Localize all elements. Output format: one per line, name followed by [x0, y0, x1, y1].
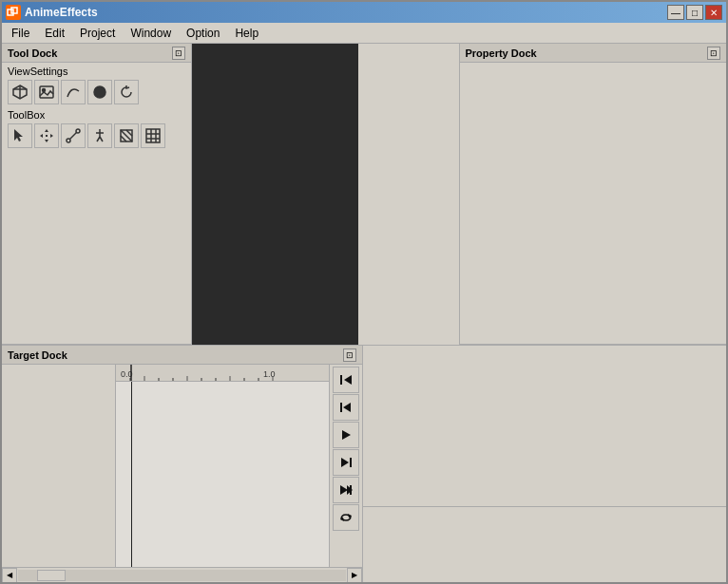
menu-edit[interactable]: Edit — [37, 25, 72, 42]
titlebar-left: AnimeEffects — [6, 5, 98, 20]
toolbox-row — [2, 122, 191, 150]
svg-rect-43 — [340, 375, 342, 385]
menu-window[interactable]: Window — [123, 25, 179, 42]
target-dock-header: Target Dock ⊡ — [2, 346, 362, 365]
scrollbar-track[interactable] — [18, 570, 346, 581]
timeline-ruler: 0.0 — [116, 365, 329, 382]
bottom-right — [363, 346, 726, 582]
view-tools-row — [2, 78, 191, 106]
canvas-area — [192, 44, 459, 345]
top-section: Tool Dock ⊡ ViewSettings — [2, 44, 726, 345]
target-dock-float-button[interactable]: ⊡ — [343, 349, 356, 362]
app-icon — [6, 5, 21, 20]
scroll-right-button[interactable]: ▶ — [347, 568, 362, 583]
bottom-right-main — [363, 346, 726, 506]
timeline-tracks-area — [116, 382, 329, 567]
minimize-button[interactable]: — — [667, 5, 684, 20]
svg-point-7 — [94, 86, 105, 98]
menu-project[interactable]: Project — [72, 25, 123, 42]
bottom-right-footer — [363, 506, 726, 582]
scroll-left-button[interactable]: ◀ — [2, 568, 17, 583]
target-dock-title: Target Dock — [8, 349, 67, 361]
grid-tool-button[interactable] — [141, 123, 165, 148]
app-title: AnimeEffects — [25, 6, 98, 19]
svg-marker-10 — [45, 140, 48, 142]
toolbox-label: ToolBox — [2, 106, 191, 122]
bottom-section: Target Dock ⊡ 0.0 — [2, 345, 726, 582]
svg-line-19 — [100, 137, 103, 141]
main-content: Tool Dock ⊡ ViewSettings — [2, 44, 726, 582]
tool-dock: Tool Dock ⊡ ViewSettings — [2, 44, 192, 345]
svg-marker-44 — [344, 375, 352, 385]
svg-line-22 — [121, 136, 126, 141]
svg-text:1.0: 1.0 — [263, 369, 276, 379]
prev-frame-button[interactable] — [333, 394, 359, 421]
titlebar-buttons: — □ ✕ — [667, 5, 722, 20]
svg-marker-12 — [50, 134, 53, 138]
property-dock-float-button[interactable]: ⊡ — [707, 47, 720, 60]
go-to-start-button[interactable] — [333, 367, 359, 393]
svg-rect-49 — [350, 458, 352, 467]
property-dock: Property Dock ⊡ — [459, 44, 727, 345]
svg-marker-8 — [14, 129, 23, 141]
menu-option[interactable]: Option — [179, 25, 227, 42]
pose-tool-button[interactable] — [87, 123, 112, 148]
tool-dock-title: Tool Dock — [8, 47, 57, 59]
cube-tool-button[interactable] — [8, 80, 32, 104]
svg-marker-9 — [45, 129, 48, 132]
curve-tool-button[interactable] — [61, 80, 86, 104]
tool-dock-float-button[interactable]: ⊡ — [172, 47, 185, 60]
timeline-labels — [2, 365, 116, 567]
svg-marker-11 — [40, 134, 43, 138]
property-dock-title: Property Dock — [466, 47, 537, 59]
svg-marker-47 — [342, 430, 351, 440]
menubar: File Edit Project Window Option Help — [2, 23, 726, 44]
timeline-area: 0.0 — [2, 365, 362, 582]
svg-rect-1 — [11, 8, 17, 13]
svg-marker-50 — [340, 485, 348, 495]
transport-controls — [329, 365, 362, 567]
next-frame-button[interactable] — [333, 449, 359, 476]
svg-line-20 — [121, 130, 132, 141]
go-to-end-button[interactable] — [333, 477, 359, 503]
rotate-tool-button[interactable] — [114, 80, 139, 104]
property-dock-header: Property Dock ⊡ — [460, 44, 727, 63]
timeline-content: 0.0 — [2, 365, 362, 567]
maximize-button[interactable]: □ — [686, 5, 703, 20]
svg-point-6 — [43, 89, 46, 92]
timeline-scrollbar-horizontal[interactable]: ◀ ▶ — [2, 567, 362, 582]
loop-button[interactable] — [333, 504, 359, 531]
image-tool-button[interactable] — [34, 80, 59, 104]
svg-line-21 — [126, 130, 132, 136]
svg-marker-48 — [341, 458, 349, 467]
svg-line-18 — [97, 137, 100, 141]
bone-tool-button[interactable] — [61, 123, 86, 148]
target-dock: Target Dock ⊡ 0.0 — [2, 346, 363, 582]
view-settings-label: ViewSettings — [2, 63, 191, 78]
svg-point-14 — [67, 139, 70, 142]
play-button[interactable] — [333, 422, 359, 448]
svg-rect-52 — [350, 485, 352, 495]
svg-rect-24 — [146, 129, 160, 142]
canvas-viewport[interactable] — [192, 44, 358, 345]
svg-rect-46 — [340, 403, 342, 412]
circle-tool-button[interactable] — [87, 80, 112, 104]
svg-rect-0 — [8, 9, 13, 15]
move-tool-button[interactable] — [34, 123, 59, 148]
svg-marker-45 — [343, 403, 351, 412]
playhead — [131, 382, 132, 567]
svg-rect-13 — [46, 135, 48, 137]
scrollbar-thumb[interactable] — [37, 570, 66, 581]
select-tool-button[interactable] — [8, 123, 32, 148]
close-button[interactable]: ✕ — [705, 5, 722, 20]
tool-dock-header: Tool Dock ⊡ — [2, 44, 191, 63]
menu-file[interactable]: File — [4, 25, 37, 42]
menu-help[interactable]: Help — [227, 25, 266, 42]
main-window: AnimeEffects — □ ✕ File Edit Project Win… — [0, 0, 728, 584]
mesh-tool-button[interactable] — [114, 123, 139, 148]
svg-point-15 — [76, 129, 80, 133]
titlebar: AnimeEffects — □ ✕ — [2, 2, 726, 23]
